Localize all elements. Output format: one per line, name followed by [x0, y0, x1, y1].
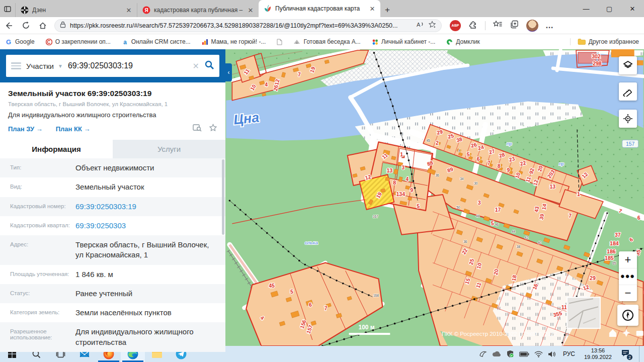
parcel-number-label: 50 [456, 206, 460, 209]
browser-tab-3[interactable]: Публичная кадастровая карта✕ [259, 0, 380, 17]
home-icon[interactable] [34, 18, 51, 33]
battery-icon[interactable] [519, 351, 529, 357]
row-value: Земли населённых пунктов [75, 308, 225, 318]
svg-text:Я: Я [144, 8, 148, 13]
url-text[interactable]: https://pkk.rosreestr.ru/#/search/57.572… [70, 22, 412, 29]
tab-close-icon[interactable]: ✕ [368, 5, 376, 13]
plan-kk-link[interactable]: План КК → [56, 125, 91, 133]
new-tab-button[interactable]: + [380, 3, 394, 17]
table-row: Площадь уточненная:1 846 кв. м [0, 265, 225, 284]
attribute-table: Тип:Объект недвижимостиВид:Земельный уча… [0, 158, 225, 352]
window-close-button[interactable]: ✕ [621, 0, 644, 17]
search-icon[interactable] [204, 60, 214, 72]
browser-tab-2[interactable]: Якадастровая карта публичная –✕ [137, 3, 259, 17]
profile-avatar[interactable] [526, 20, 538, 32]
row-value: 1 846 кв. м [75, 269, 225, 280]
show-desktop-button[interactable] [639, 346, 641, 362]
wifi-icon[interactable] [534, 351, 543, 357]
menu-icon[interactable] [11, 62, 21, 69]
desktop: Дзен✕Якадастровая карта публичная –✕Публ… [0, 0, 644, 362]
speaker-icon[interactable] [548, 351, 556, 357]
cadastral-map[interactable]: Цна 157 11104261271930229811131312849134… [225, 49, 644, 346]
center-button[interactable] [619, 110, 637, 128]
collapse-panel-button[interactable]: ‹ [225, 63, 232, 81]
notification-center-icon[interactable]: 2 [619, 349, 634, 359]
tab-actions-icon[interactable] [0, 1, 15, 17]
star-icon[interactable] [209, 124, 217, 134]
search-header: Участки ▼ ✕ [0, 49, 225, 82]
parcel-number-label: 39 [538, 213, 545, 220]
extensions-icon[interactable] [468, 20, 478, 32]
favorite-star-icon[interactable] [428, 21, 436, 31]
browser-tab-1[interactable]: Дзен✕ [15, 3, 137, 17]
map-attribution: ПКК © Росреестр 2010-2022 | ГЭКО © 2022 [442, 331, 557, 337]
favorites-menu-icon[interactable] [493, 20, 503, 31]
security-shield-icon[interactable] [506, 350, 514, 358]
tab-title: кадастровая карта публичная – [154, 7, 243, 14]
road-number-pill: 157 [622, 140, 638, 147]
tab-close-icon[interactable]: ✕ [247, 7, 255, 14]
parcel-number-label: 45 [426, 139, 430, 142]
onedrive-cloud-icon[interactable] [492, 351, 501, 357]
plan-zu-link[interactable]: План ЗУ → [8, 125, 43, 133]
parcel-number-label: 42 [525, 236, 529, 239]
bookmark-item-reddot[interactable]: О закреплении оп... [46, 38, 111, 45]
read-aloud-icon[interactable]: A [416, 21, 424, 30]
bookmark-label: Онлайн CRM систе... [131, 38, 191, 45]
parcel-number-label: 37 [615, 232, 621, 238]
row-value[interactable]: 69:39:0250303 [75, 221, 225, 231]
table-row: Тип:Объект недвижимости [0, 158, 225, 177]
reload-icon[interactable] [17, 18, 34, 33]
parcel-number-label: 1 [577, 192, 580, 197]
preview-icon[interactable] [193, 124, 202, 134]
zoom-levels-button[interactable]: ••• [619, 268, 637, 285]
minimap[interactable] [567, 297, 600, 328]
tab-services[interactable]: Услуги [113, 140, 225, 158]
bookmark-label: Домклик [456, 38, 480, 45]
bookmark-item-google[interactable]: GGoogle [5, 38, 35, 45]
row-value: Для индивидуального жилищного строительс… [75, 327, 225, 347]
map-canvas[interactable]: Цна 157 11104261271930229811131312849134… [225, 49, 644, 346]
address-bar[interactable]: https://pkk.rosreestr.ru/#/search/57.572… [54, 19, 442, 32]
parcel-number-label: 167 [373, 215, 378, 218]
parcel-number-label: 30 [474, 182, 478, 185]
map-fullscreen-icon[interactable] [636, 331, 643, 336]
clear-search-icon[interactable]: ✕ [193, 61, 199, 71]
bookmark-other-folder[interactable]: Другое избранное [570, 38, 639, 45]
row-label: Кадастровый номер: [0, 202, 75, 212]
settings-menu-icon[interactable]: … [545, 21, 554, 30]
bookmark-other-label[interactable]: Другое избранное [589, 38, 639, 45]
search-input[interactable] [68, 61, 188, 70]
bookmark-item-dots4[interactable]: Личный кабинет -... [372, 38, 436, 45]
measure-button[interactable] [619, 82, 637, 101]
window-maximize-button[interactable]: ▢ [598, 0, 621, 17]
panel-scrollbar[interactable] [222, 159, 224, 235]
tab-close-icon[interactable]: ✕ [125, 7, 133, 14]
language-indicator[interactable]: РУС [561, 350, 577, 357]
clock[interactable]: 13:56 19.09.2022 [582, 347, 614, 360]
parcel-number-label: 3 [401, 165, 405, 170]
zoom-in-button[interactable]: + [619, 251, 637, 268]
tab-information[interactable]: Информация [0, 140, 113, 158]
window-minimize-button[interactable]: — [575, 0, 598, 17]
search-category-dropdown[interactable]: Участки ▼ [26, 62, 63, 70]
back-icon[interactable] [0, 18, 17, 33]
parcel-number-label: 6 [477, 156, 480, 162]
row-value[interactable]: 69:39:0250303:19 [75, 202, 225, 212]
bookmark-item-crm[interactable]: aОнлайн CRM систе... [122, 38, 191, 45]
bookmark-item-page[interactable] [277, 39, 282, 45]
collections-icon[interactable] [510, 20, 519, 31]
tray-app-icon[interactable] [479, 350, 487, 358]
zoom-out-button[interactable]: − [619, 285, 637, 301]
row-value: Объект недвижимости [75, 163, 225, 173]
compass-button[interactable] [617, 305, 638, 326]
parcel-number-label: 6 [637, 215, 640, 221]
svg-text:157: 157 [626, 141, 635, 147]
layers-button[interactable] [619, 56, 637, 74]
adblock-icon[interactable]: ABP [450, 20, 461, 31]
bookmark-item-bars[interactable]: Мама, не горюй! -... [202, 38, 266, 45]
bookmark-item-tent[interactable]: Готовая беседка А... [293, 38, 360, 45]
parcel-number-label: 14 [541, 203, 547, 210]
bookmark-item-domclick[interactable]: Домклик [446, 38, 480, 45]
zoom-control: + ••• − [619, 251, 637, 301]
